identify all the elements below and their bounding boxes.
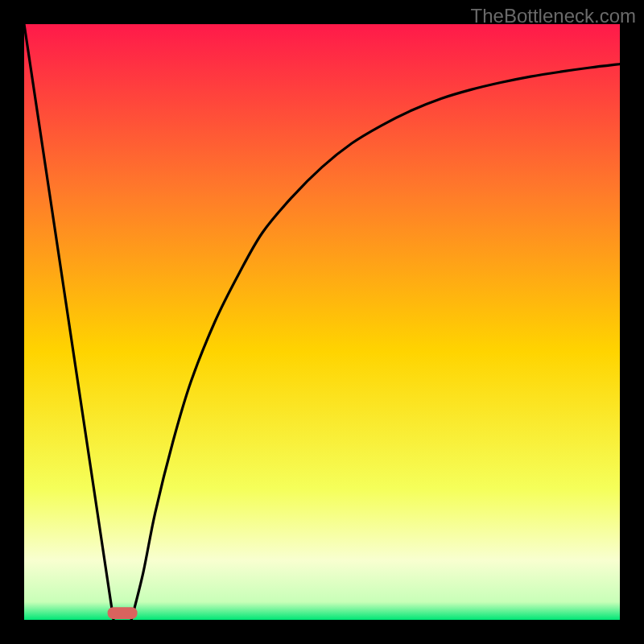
watermark-text: TheBottleneck.com: [471, 5, 636, 27]
bottom-pill-marker: [108, 607, 138, 619]
plot-area: [24, 24, 620, 620]
chart-svg: [24, 24, 620, 620]
chart-container: TheBottleneck.com: [0, 0, 644, 644]
gradient-background: [24, 24, 620, 620]
